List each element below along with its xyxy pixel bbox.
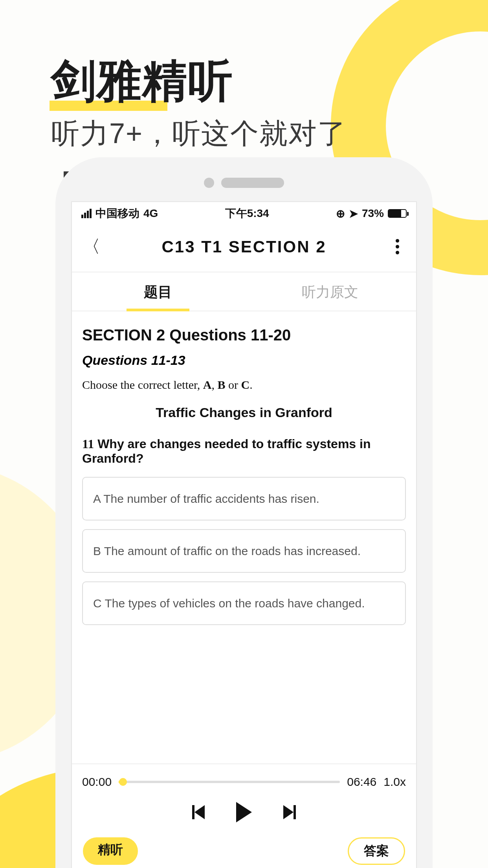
signal-icon [81, 209, 92, 218]
tab-questions[interactable]: 题目 [72, 272, 244, 311]
play-button[interactable] [236, 802, 252, 822]
question-11: 11 Why are changes needed to traffic sys… [82, 437, 406, 466]
seek-knob[interactable] [119, 778, 127, 786]
battery-pct: 73% [362, 207, 384, 220]
battery-icon [388, 209, 407, 218]
time-current: 00:00 [82, 775, 112, 789]
seek-track[interactable] [119, 781, 340, 783]
phone-frame: 中国移动 4G 下午5:34 ⊕ ➤ 73% 〈 C13 T1 SECTION … [55, 157, 433, 868]
section-title: SECTION 2 Questions 11-20 [82, 326, 406, 344]
rotation-lock-icon: ⊕ [336, 207, 345, 220]
nav-title: C13 T1 SECTION 2 [99, 237, 389, 256]
status-bar: 中国移动 4G 下午5:34 ⊕ ➤ 73% [72, 202, 416, 223]
prev-button[interactable] [192, 805, 205, 819]
network-label: 4G [143, 207, 158, 220]
choice-c[interactable]: C The types of vehicles on the roads hav… [82, 581, 406, 625]
tab-transcript[interactable]: 听力原文 [244, 272, 416, 311]
marketing-title: 剑雅精听 [51, 51, 233, 112]
tab-bar: 题目 听力原文 [72, 272, 416, 311]
choice-a[interactable]: A The number of traffic accidents has ri… [82, 477, 406, 520]
playback-speed[interactable]: 1.0x [383, 775, 406, 789]
carrier-label: 中国移动 [95, 206, 139, 221]
nav-bar: 〈 C13 T1 SECTION 2 [72, 223, 416, 272]
instruction-text: Choose the correct letter, A, B or C. [82, 378, 406, 392]
audio-player: 00:00 06:46 1.0x 精听 答案 [72, 763, 416, 868]
more-button[interactable] [389, 239, 405, 254]
back-button[interactable]: 〈 [83, 235, 99, 258]
intensive-listening-button[interactable]: 精听 [83, 837, 138, 865]
question-range: Questions 11-13 [82, 353, 406, 368]
topic-heading: Traffic Changes in Granford [82, 405, 406, 420]
phone-screen: 中国移动 4G 下午5:34 ⊕ ➤ 73% 〈 C13 T1 SECTION … [71, 201, 417, 868]
time-total: 06:46 [347, 775, 376, 789]
phone-speaker [71, 178, 417, 188]
content-scroll[interactable]: SECTION 2 Questions 11-20 Questions 11-1… [72, 311, 416, 763]
status-time: 下午5:34 [158, 206, 336, 221]
next-button[interactable] [283, 805, 296, 819]
marketing-subtitle: 听力7+，听这个就对了 [51, 115, 436, 153]
answer-button[interactable]: 答案 [348, 837, 405, 865]
choice-b[interactable]: B The amount of traffic on the roads has… [82, 529, 406, 573]
location-icon: ➤ [349, 207, 358, 220]
